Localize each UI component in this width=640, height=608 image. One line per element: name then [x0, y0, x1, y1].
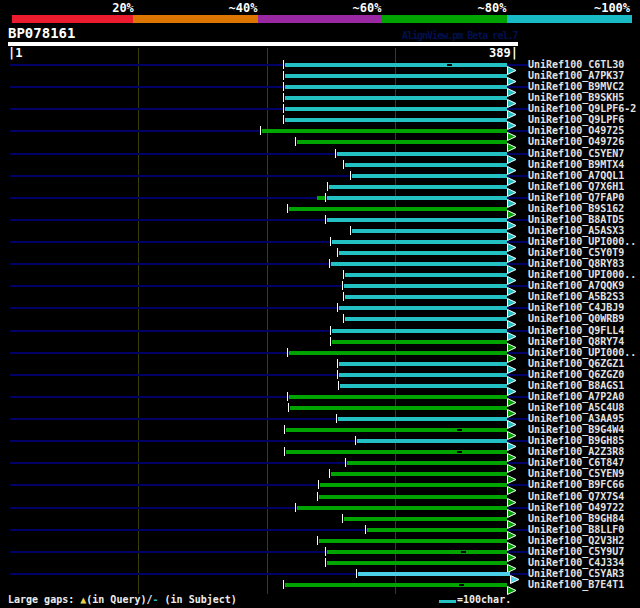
- hit-label[interactable]: UniRef100_C6TL30: [528, 59, 624, 70]
- hit-label[interactable]: UniRef100_C4J334: [528, 557, 624, 568]
- hit-label[interactable]: UniRef100_A7QQL1: [528, 170, 624, 181]
- alignment-bar[interactable]: [339, 251, 507, 255]
- hit-label[interactable]: UniRef100_O49722: [528, 502, 624, 513]
- alignment-bar[interactable]: [357, 439, 507, 443]
- alignment-bar[interactable]: [289, 207, 507, 211]
- alignment-bar[interactable]: [290, 406, 507, 410]
- hit-label[interactable]: UniRef100_B9SKH5: [528, 92, 624, 103]
- alignment-bar[interactable]: [331, 472, 507, 476]
- hit-label[interactable]: UniRef100_Q9LPF6-2: [528, 103, 636, 114]
- hit-label[interactable]: UniRef100_Q0WRB9: [528, 313, 624, 324]
- hit-label[interactable]: UniRef100_A5ASX3: [528, 225, 624, 236]
- alignment-bar[interactable]: [285, 96, 507, 100]
- alignment-bar[interactable]: [289, 395, 507, 399]
- hit-label[interactable]: UniRef100_B9MTX4: [528, 159, 624, 170]
- alignment-bar[interactable]: [331, 262, 507, 266]
- alignment-bar[interactable]: [352, 174, 507, 178]
- hit-label[interactable]: UniRef100_B8AGS1: [528, 380, 624, 391]
- hit-label[interactable]: UniRef100_B8LLF0: [528, 524, 624, 535]
- hit-label[interactable]: UniRef100_Q7X6H1: [528, 181, 624, 192]
- alignment-bar[interactable]: [352, 229, 507, 233]
- hit-label[interactable]: UniRef100_C5Y9U7: [528, 546, 624, 557]
- hit-label[interactable]: UniRef100_Q2V3H2: [528, 535, 624, 546]
- alignment-bar[interactable]: [329, 185, 507, 189]
- hit-label[interactable]: UniRef100_UPI000..: [528, 236, 636, 247]
- alignment-bar[interactable]: [345, 273, 507, 277]
- alignment-bar[interactable]: [367, 528, 507, 532]
- hit-label[interactable]: UniRef100_O49726: [528, 136, 624, 147]
- alignment-bar[interactable]: [320, 483, 507, 487]
- alignment-bar[interactable]: [345, 163, 507, 167]
- alignment-bar[interactable]: [337, 152, 507, 156]
- alignment-bar[interactable]: [345, 295, 507, 299]
- hit-label[interactable]: UniRef100_A7PK37: [528, 70, 624, 81]
- alignment-bar[interactable]: [262, 129, 507, 133]
- hit-label[interactable]: UniRef100_A5C4U8: [528, 402, 624, 413]
- hit-label[interactable]: UniRef100_Q8RY83: [528, 258, 624, 269]
- alignment-bar[interactable]: [297, 506, 507, 510]
- alignment-bar[interactable]: [285, 85, 507, 89]
- alignment-row: UniRef100_A7PK37: [0, 70, 640, 81]
- hit-label[interactable]: UniRef100_UPI000..: [528, 347, 636, 358]
- hit-label[interactable]: UniRef100_A7QQK9: [528, 280, 624, 291]
- alignment-bar[interactable]: [285, 583, 507, 587]
- alignment-bar[interactable]: [344, 284, 507, 288]
- alignment-bar[interactable]: [339, 373, 507, 377]
- alignment-bar[interactable]: [344, 517, 507, 521]
- hit-label[interactable]: UniRef100_Q9FLL4: [528, 325, 624, 336]
- alignment-bar[interactable]: [285, 118, 507, 122]
- alignment-bar[interactable]: [358, 572, 510, 576]
- hit-label[interactable]: UniRef100_A2Z3R8: [528, 446, 624, 457]
- alignment-bar[interactable]: [319, 539, 507, 543]
- alignment-bar[interactable]: [332, 240, 507, 244]
- alignment-bar-segment[interactable]: [317, 196, 325, 200]
- hit-label[interactable]: UniRef100_B9G4W4: [528, 424, 624, 435]
- alignment-bar[interactable]: [319, 495, 507, 499]
- hit-label[interactable]: UniRef100_C5Y0T9: [528, 247, 624, 258]
- alignment-bar[interactable]: [327, 550, 507, 554]
- alignment-row: UniRef100_A7QQK9: [0, 280, 640, 291]
- alignment-bar[interactable]: [339, 306, 507, 310]
- hit-label[interactable]: UniRef100_UPI000..: [528, 269, 636, 280]
- hit-label[interactable]: UniRef100_Q7FAP0: [528, 192, 624, 203]
- hit-label[interactable]: UniRef100_A3AA95: [528, 413, 624, 424]
- alignment-bar[interactable]: [327, 561, 507, 565]
- alignment-bar[interactable]: [340, 384, 507, 388]
- alignment-bar[interactable]: [339, 362, 507, 366]
- alignment-bar[interactable]: [285, 63, 507, 67]
- alignment-bar[interactable]: [347, 461, 507, 465]
- alignment-bar[interactable]: [338, 417, 507, 421]
- hit-label[interactable]: UniRef100_O49725: [528, 125, 624, 136]
- hit-label[interactable]: UniRef100_C5YEN7: [528, 148, 624, 159]
- alignment-bar[interactable]: [297, 140, 507, 144]
- hit-label[interactable]: UniRef100_B9GH85: [528, 435, 624, 446]
- hit-label[interactable]: UniRef100_B7E4T1: [528, 579, 624, 590]
- alignment-bar[interactable]: [286, 428, 507, 432]
- alignment-bar[interactable]: [285, 74, 507, 78]
- alignment-bar[interactable]: [332, 340, 507, 344]
- hit-label[interactable]: UniRef100_Q9LPF6: [528, 114, 624, 125]
- hit-label[interactable]: UniRef100_B8ATD5: [528, 214, 624, 225]
- alignment-bar[interactable]: [289, 351, 507, 355]
- hit-label[interactable]: UniRef100_Q6ZGZ1: [528, 358, 624, 369]
- hit-label[interactable]: UniRef100_Q6ZGZ0: [528, 369, 624, 380]
- alignment-bar[interactable]: [286, 450, 507, 454]
- hit-label[interactable]: UniRef100_Q7X7S4: [528, 491, 624, 502]
- hit-label[interactable]: UniRef100_B9S162: [528, 203, 624, 214]
- hit-label[interactable]: UniRef100_C6T847: [528, 457, 624, 468]
- hit-label[interactable]: UniRef100_B9MVC2: [528, 81, 624, 92]
- alignment-bar[interactable]: [345, 317, 507, 321]
- hit-label[interactable]: UniRef100_B9GH84: [528, 513, 624, 524]
- alignment-bar[interactable]: [327, 196, 507, 200]
- hit-label[interactable]: UniRef100_C4JBJ9: [528, 302, 624, 313]
- hit-label[interactable]: UniRef100_C5YEN9: [528, 468, 624, 479]
- hit-label[interactable]: UniRef100_B9FC66: [528, 479, 624, 490]
- alignment-arrowhead-icon: [507, 215, 517, 224]
- alignment-bar[interactable]: [327, 218, 507, 222]
- hit-label[interactable]: UniRef100_A7P2A0: [528, 391, 624, 402]
- hit-label[interactable]: UniRef100_A5B2S3: [528, 291, 624, 302]
- hit-label[interactable]: UniRef100_Q8RY74: [528, 336, 624, 347]
- alignment-bar[interactable]: [285, 107, 507, 111]
- alignment-bar[interactable]: [332, 329, 507, 333]
- hit-label[interactable]: UniRef100_C5YAR3: [528, 568, 624, 579]
